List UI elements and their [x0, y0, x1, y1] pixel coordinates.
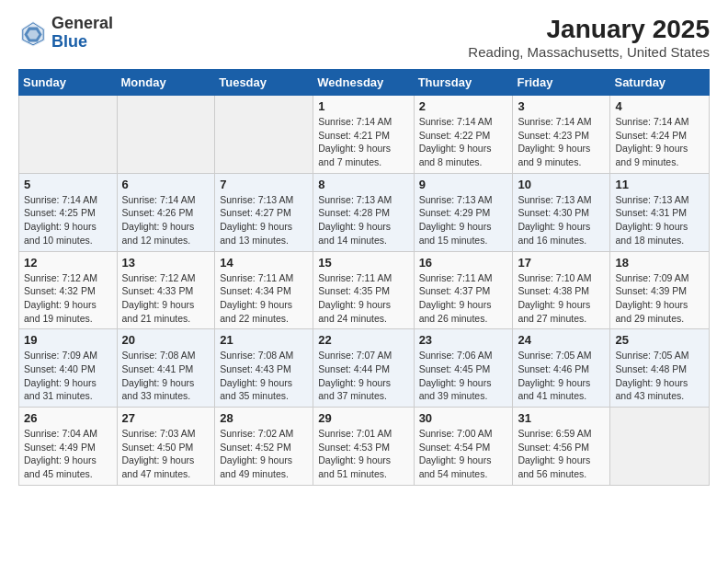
day-cell: 11Sunrise: 7:13 AM Sunset: 4:31 PM Dayli…: [610, 173, 710, 251]
day-header-saturday: Saturday: [610, 70, 710, 96]
day-number: 7: [220, 178, 308, 191]
day-cell: 9Sunrise: 7:13 AM Sunset: 4:29 PM Daylig…: [414, 173, 513, 251]
day-cell: 16Sunrise: 7:11 AM Sunset: 4:37 PM Dayli…: [414, 251, 513, 329]
day-info: Sunrise: 7:10 AM Sunset: 4:38 PM Dayligh…: [518, 271, 605, 326]
page-subtitle: Reading, Massachusetts, United States: [468, 44, 710, 60]
day-cell: 24Sunrise: 7:05 AM Sunset: 4:46 PM Dayli…: [513, 329, 610, 408]
day-info: Sunrise: 7:14 AM Sunset: 4:21 PM Dayligh…: [318, 115, 408, 169]
day-header-wednesday: Wednesday: [313, 70, 414, 96]
day-header-monday: Monday: [117, 70, 215, 96]
page: General Blue January 2025 Reading, Massa…: [0, 0, 728, 500]
day-info: Sunrise: 7:00 AM Sunset: 4:54 PM Dayligh…: [419, 427, 508, 481]
day-info: Sunrise: 7:04 AM Sunset: 4:49 PM Dayligh…: [24, 427, 112, 481]
day-info: Sunrise: 7:12 AM Sunset: 4:32 PM Dayligh…: [24, 271, 112, 326]
day-cell: 2Sunrise: 7:14 AM Sunset: 4:22 PM Daylig…: [414, 96, 513, 174]
page-title: January 2025: [468, 15, 710, 44]
day-cell: [610, 408, 710, 486]
day-cell: 31Sunrise: 6:59 AM Sunset: 4:56 PM Dayli…: [513, 408, 610, 486]
day-number: 20: [122, 333, 210, 347]
day-info: Sunrise: 7:11 AM Sunset: 4:34 PM Dayligh…: [220, 271, 308, 326]
calendar: SundayMondayTuesdayWednesdayThursdayFrid…: [18, 69, 710, 486]
day-cell: 10Sunrise: 7:13 AM Sunset: 4:30 PM Dayli…: [513, 173, 610, 251]
header: General Blue January 2025 Reading, Massa…: [18, 15, 710, 60]
day-info: Sunrise: 7:13 AM Sunset: 4:31 PM Dayligh…: [615, 193, 704, 247]
day-cell: 26Sunrise: 7:04 AM Sunset: 4:49 PM Dayli…: [19, 408, 118, 486]
day-info: Sunrise: 7:02 AM Sunset: 4:52 PM Dayligh…: [220, 427, 308, 481]
logo-blue-text: Blue: [51, 32, 87, 51]
day-number: 1: [318, 99, 408, 113]
day-number: 6: [122, 178, 210, 191]
day-number: 19: [24, 333, 112, 347]
day-cell: 29Sunrise: 7:01 AM Sunset: 4:53 PM Dayli…: [313, 408, 414, 486]
day-cell: 1Sunrise: 7:14 AM Sunset: 4:21 PM Daylig…: [313, 96, 414, 174]
day-cell: 17Sunrise: 7:10 AM Sunset: 4:38 PM Dayli…: [513, 251, 610, 329]
day-number: 5: [24, 178, 112, 191]
day-info: Sunrise: 7:12 AM Sunset: 4:33 PM Dayligh…: [122, 271, 210, 326]
logo-icon: [18, 18, 48, 48]
day-cell: 3Sunrise: 7:14 AM Sunset: 4:23 PM Daylig…: [513, 96, 610, 174]
week-row-2: 12Sunrise: 7:12 AM Sunset: 4:32 PM Dayli…: [19, 251, 710, 329]
calendar-header-row: SundayMondayTuesdayWednesdayThursdayFrid…: [19, 70, 710, 96]
day-number: 16: [419, 256, 508, 270]
logo: General Blue: [18, 15, 113, 52]
day-number: 9: [419, 178, 508, 191]
day-number: 31: [518, 411, 605, 425]
day-cell: 13Sunrise: 7:12 AM Sunset: 4:33 PM Dayli…: [117, 251, 215, 329]
day-cell: 5Sunrise: 7:14 AM Sunset: 4:25 PM Daylig…: [19, 173, 118, 251]
day-info: Sunrise: 7:13 AM Sunset: 4:27 PM Dayligh…: [220, 193, 308, 247]
day-cell: 6Sunrise: 7:14 AM Sunset: 4:26 PM Daylig…: [117, 173, 215, 251]
day-number: 23: [419, 333, 508, 347]
week-row-3: 19Sunrise: 7:09 AM Sunset: 4:40 PM Dayli…: [19, 329, 710, 408]
week-row-0: 1Sunrise: 7:14 AM Sunset: 4:21 PM Daylig…: [19, 96, 710, 174]
day-number: 3: [518, 99, 605, 113]
day-info: Sunrise: 7:06 AM Sunset: 4:45 PM Dayligh…: [419, 349, 508, 403]
day-info: Sunrise: 7:14 AM Sunset: 4:22 PM Dayligh…: [419, 115, 508, 169]
day-cell: 20Sunrise: 7:08 AM Sunset: 4:41 PM Dayli…: [117, 329, 215, 408]
day-number: 30: [419, 411, 508, 425]
day-cell: 22Sunrise: 7:07 AM Sunset: 4:44 PM Dayli…: [313, 329, 414, 408]
day-number: 15: [318, 256, 408, 270]
day-cell: [215, 96, 313, 174]
day-info: Sunrise: 7:14 AM Sunset: 4:23 PM Dayligh…: [518, 115, 605, 169]
day-info: Sunrise: 7:11 AM Sunset: 4:37 PM Dayligh…: [419, 271, 508, 326]
day-cell: 25Sunrise: 7:05 AM Sunset: 4:48 PM Dayli…: [610, 329, 710, 408]
day-number: 17: [518, 256, 605, 270]
day-info: Sunrise: 7:13 AM Sunset: 4:30 PM Dayligh…: [518, 193, 605, 247]
day-info: Sunrise: 7:05 AM Sunset: 4:46 PM Dayligh…: [518, 349, 605, 403]
day-info: Sunrise: 7:13 AM Sunset: 4:29 PM Dayligh…: [419, 193, 508, 247]
logo-general-text: General: [51, 14, 113, 32]
day-info: Sunrise: 7:03 AM Sunset: 4:50 PM Dayligh…: [122, 427, 210, 481]
day-cell: 18Sunrise: 7:09 AM Sunset: 4:39 PM Dayli…: [610, 251, 710, 329]
day-cell: 12Sunrise: 7:12 AM Sunset: 4:32 PM Dayli…: [19, 251, 118, 329]
day-info: Sunrise: 7:14 AM Sunset: 4:24 PM Dayligh…: [615, 115, 704, 169]
day-info: Sunrise: 7:09 AM Sunset: 4:39 PM Dayligh…: [615, 271, 704, 326]
week-row-1: 5Sunrise: 7:14 AM Sunset: 4:25 PM Daylig…: [19, 173, 710, 251]
day-header-tuesday: Tuesday: [215, 70, 313, 96]
day-cell: [19, 96, 118, 174]
day-cell: 21Sunrise: 7:08 AM Sunset: 4:43 PM Dayli…: [215, 329, 313, 408]
day-number: 12: [24, 256, 112, 270]
day-cell: 27Sunrise: 7:03 AM Sunset: 4:50 PM Dayli…: [117, 408, 215, 486]
day-header-thursday: Thursday: [414, 70, 513, 96]
day-cell: 23Sunrise: 7:06 AM Sunset: 4:45 PM Dayli…: [414, 329, 513, 408]
day-info: Sunrise: 7:08 AM Sunset: 4:43 PM Dayligh…: [220, 349, 308, 403]
day-info: Sunrise: 7:08 AM Sunset: 4:41 PM Dayligh…: [122, 349, 210, 403]
day-number: 4: [615, 99, 704, 113]
day-cell: 8Sunrise: 7:13 AM Sunset: 4:28 PM Daylig…: [313, 173, 414, 251]
day-info: Sunrise: 7:13 AM Sunset: 4:28 PM Dayligh…: [318, 193, 408, 247]
title-block: January 2025 Reading, Massachusetts, Uni…: [468, 15, 710, 60]
day-number: 2: [419, 99, 508, 113]
day-cell: 7Sunrise: 7:13 AM Sunset: 4:27 PM Daylig…: [215, 173, 313, 251]
day-number: 11: [615, 178, 704, 191]
day-cell: [117, 96, 215, 174]
day-header-friday: Friday: [513, 70, 610, 96]
day-number: 22: [318, 333, 408, 347]
day-cell: 4Sunrise: 7:14 AM Sunset: 4:24 PM Daylig…: [610, 96, 710, 174]
day-info: Sunrise: 7:09 AM Sunset: 4:40 PM Dayligh…: [24, 349, 112, 403]
day-cell: 14Sunrise: 7:11 AM Sunset: 4:34 PM Dayli…: [215, 251, 313, 329]
day-number: 29: [318, 411, 408, 425]
day-number: 25: [615, 333, 704, 347]
day-info: Sunrise: 7:07 AM Sunset: 4:44 PM Dayligh…: [318, 349, 408, 403]
logo-text: General Blue: [51, 15, 113, 52]
day-number: 24: [518, 333, 605, 347]
